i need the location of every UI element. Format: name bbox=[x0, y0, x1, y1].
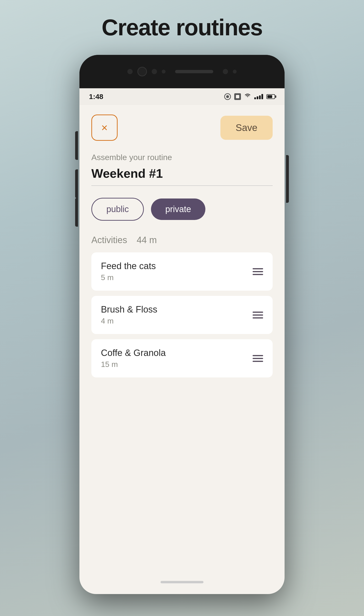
activity-info-0: Feed the cats 5 m bbox=[101, 261, 156, 282]
home-indicator bbox=[160, 581, 204, 583]
page-title: Create routines bbox=[102, 14, 262, 40]
activity-duration-2: 15 m bbox=[101, 360, 166, 369]
camera-dot-1 bbox=[127, 69, 133, 74]
circle-status-icon bbox=[224, 93, 231, 100]
activities-total-duration: 44 m bbox=[137, 235, 157, 245]
activities-header: Activities 44 m bbox=[91, 235, 273, 245]
wifi-icon bbox=[244, 93, 251, 100]
header-row: × Save bbox=[91, 115, 273, 141]
phone-bottom bbox=[79, 570, 285, 594]
activity-item-2[interactable]: Coffe & Granola 15 m bbox=[91, 339, 273, 377]
status-time: 1:48 bbox=[89, 92, 103, 101]
close-button[interactable]: × bbox=[91, 115, 117, 141]
visibility-toggle: public private bbox=[91, 198, 273, 221]
camera-main bbox=[137, 67, 147, 76]
activity-name-2: Coffe & Granola bbox=[101, 348, 166, 358]
activity-duration-0: 5 m bbox=[101, 273, 156, 282]
activity-name-1: Brush & Floss bbox=[101, 304, 157, 315]
speaker-bar bbox=[175, 70, 213, 73]
camera-dot-3 bbox=[162, 70, 166, 74]
activity-item-0[interactable]: Feed the cats 5 m bbox=[91, 252, 273, 291]
badge-status-icon bbox=[234, 93, 241, 100]
phone-shell: 1:48 bbox=[79, 55, 285, 594]
camera-dot-2 bbox=[152, 69, 157, 74]
routine-name-field[interactable]: Weekend #1 bbox=[91, 166, 273, 186]
activity-item-1[interactable]: Brush & Floss 4 m bbox=[91, 296, 273, 334]
camera-dot-4 bbox=[223, 69, 228, 74]
status-bar: 1:48 bbox=[79, 88, 285, 105]
activity-info-2: Coffe & Granola 15 m bbox=[101, 348, 166, 369]
save-button[interactable]: Save bbox=[221, 116, 273, 140]
activity-info-1: Brush & Floss 4 m bbox=[101, 304, 157, 325]
camera-area bbox=[127, 67, 237, 76]
app-content: × Save Assemble your routine Weekend #1 … bbox=[79, 105, 285, 570]
public-toggle-button[interactable]: public bbox=[91, 198, 144, 221]
phone-screen: × Save Assemble your routine Weekend #1 … bbox=[79, 105, 285, 570]
private-toggle-button[interactable]: private bbox=[151, 198, 205, 220]
activity-name-0: Feed the cats bbox=[101, 261, 156, 271]
drag-handle-0[interactable] bbox=[253, 268, 263, 275]
drag-handle-2[interactable] bbox=[253, 355, 263, 362]
signal-icon bbox=[254, 94, 263, 99]
battery-icon bbox=[266, 94, 275, 99]
close-icon: × bbox=[101, 122, 108, 133]
camera-dot-5 bbox=[233, 70, 237, 74]
phone-top-bar bbox=[79, 55, 285, 88]
activities-label: Activities bbox=[91, 235, 127, 245]
status-icons bbox=[224, 93, 275, 100]
drag-handle-1[interactable] bbox=[253, 312, 263, 318]
activity-duration-1: 4 m bbox=[101, 317, 157, 325]
form-subtitle: Assemble your routine bbox=[91, 153, 273, 162]
